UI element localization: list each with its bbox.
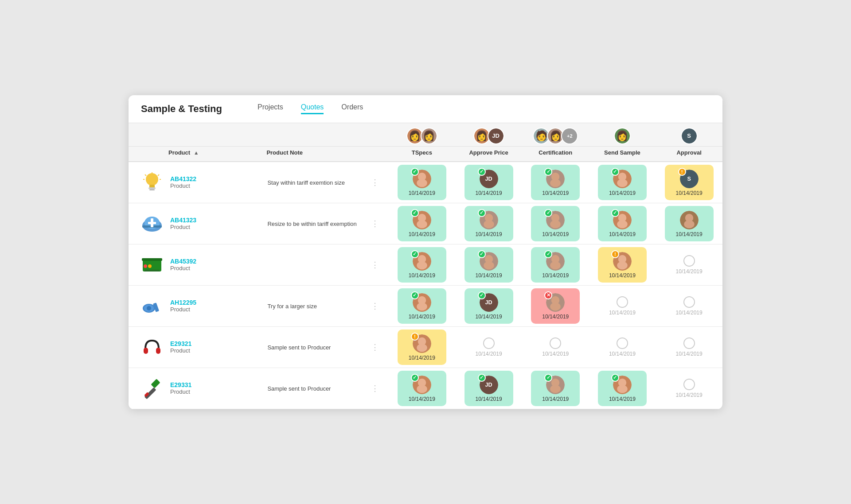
- tab-orders[interactable]: Orders: [341, 103, 363, 114]
- check-icon: ✓: [611, 374, 619, 382]
- product-info: AH12295 Product: [170, 299, 196, 313]
- product-icon: [139, 334, 165, 360]
- product-note: Stay within tariff exemtion size: [265, 179, 345, 186]
- check-icon: ✓: [478, 291, 486, 299]
- stage-avatar-wrap: ✓: [546, 252, 565, 271]
- product-id[interactable]: E29321: [170, 340, 191, 347]
- product-id[interactable]: AB41323: [170, 217, 196, 224]
- empty-circle: [617, 337, 628, 349]
- stage-cell: ✓ JD 10/14/2019: [455, 162, 522, 203]
- svg-point-58: [147, 306, 151, 310]
- nav-tabs: Projects Quotes Orders: [258, 103, 363, 114]
- row-menu-button[interactable]: ⋮: [368, 343, 382, 352]
- stage-box: ! 10/14/2019: [598, 247, 647, 283]
- row-menu-button[interactable]: ⋮: [368, 302, 382, 310]
- empty-circle: [483, 337, 495, 349]
- row-menu-button[interactable]: ⋮: [368, 219, 382, 228]
- empty-circle: [683, 296, 695, 308]
- stage-cell: ✓ 10/14/2019: [522, 162, 589, 203]
- stage-date: 10/14/2019: [409, 272, 435, 279]
- product-cell-td: AB41323 Product: [129, 203, 262, 244]
- svg-rect-72: [151, 379, 160, 388]
- empty-circle: [683, 337, 695, 349]
- stage-avatar-wrap: ✓: [613, 376, 632, 394]
- stage-date: 10/14/2019: [476, 272, 502, 279]
- stage-avatar-wrap: ✓: [413, 170, 431, 188]
- send-avatar-stack: 👩: [593, 128, 652, 144]
- svg-point-62: [417, 302, 427, 310]
- send-avatar-col: 👩: [589, 123, 656, 147]
- stage-cell: 10/14/2019: [656, 326, 722, 368]
- product-cell: AB41322 Product: [132, 170, 258, 195]
- send-avatar-1: 👩: [614, 128, 631, 144]
- stage-date: 10/14/2019: [409, 231, 435, 237]
- stage-cell: ✓ 10/14/2019: [455, 203, 522, 244]
- stage-avatar-wrap: ✓: [413, 293, 431, 312]
- stage-date: 10/14/2019: [609, 310, 636, 316]
- stage-box: ✓ 10/14/2019: [531, 371, 580, 406]
- svg-point-17: [617, 179, 628, 187]
- svg-point-79: [550, 385, 561, 393]
- product-type: Product: [170, 182, 196, 189]
- stage-avatar-wrap: ✓: [413, 252, 431, 271]
- product-id[interactable]: AB41322: [170, 175, 196, 182]
- stage-cell: 10/14/2019: [589, 326, 656, 368]
- row-menu-button[interactable]: ⋮: [368, 178, 382, 187]
- product-type: Product: [170, 347, 191, 354]
- row-menu-button[interactable]: ⋮: [368, 260, 382, 269]
- menu-cell: ⋮: [365, 368, 388, 409]
- note-cell: Sample sent to Producer: [262, 326, 365, 368]
- empty-circle: [683, 379, 695, 390]
- stage-cell: 10/14/2019: [656, 368, 722, 409]
- tab-quotes[interactable]: Quotes: [301, 103, 324, 114]
- stage-cell: ! 10/14/2019: [589, 244, 656, 285]
- check-icon: ✓: [611, 209, 619, 217]
- product-note: Sample sent to Producer: [265, 385, 331, 392]
- stage-date: 10/14/2019: [409, 355, 435, 361]
- table-row: AB41322 Product Stay within tariff exemt…: [129, 162, 722, 203]
- tab-projects[interactable]: Projects: [258, 103, 283, 114]
- product-id[interactable]: E29331: [170, 381, 191, 388]
- stage-cell: ! S 10/14/2019: [656, 162, 722, 203]
- table-row: AB45392 Product ⋮ ✓ 10/14/2019 ✓ 1: [129, 244, 722, 285]
- stage-date: 10/14/2019: [476, 190, 502, 196]
- approval-header: Approval: [656, 146, 722, 162]
- stage-avatar-wrap: ✓: [546, 170, 565, 188]
- approve-avatar-col: 👩 JD: [455, 123, 522, 147]
- note-avatar-col: [262, 123, 365, 147]
- check-icon: ✓: [411, 250, 419, 258]
- stage-date: 10/14/2019: [609, 190, 636, 196]
- stage-date: 10/14/2019: [476, 231, 502, 237]
- stage-date: 10/14/2019: [609, 272, 636, 279]
- svg-point-55: [617, 261, 628, 269]
- stage-cell: ✓ 10/14/2019: [589, 203, 656, 244]
- stage-date: 10/14/2019: [409, 396, 435, 402]
- product-header[interactable]: Product ▲: [129, 146, 262, 162]
- stage-avatar-wrap: ✓: [613, 170, 632, 188]
- product-id[interactable]: AH12295: [170, 299, 196, 306]
- stage-date: 10/14/2019: [542, 351, 569, 357]
- check-icon: ✓: [411, 291, 419, 299]
- approval-avatar-stack: S: [659, 128, 719, 144]
- stage-avatar-wrap: ✓ JD: [480, 170, 498, 188]
- product-cell-td: AB41322 Product: [129, 162, 262, 203]
- check-icon: ✓: [478, 374, 486, 382]
- cert-avatar-more: +2: [561, 128, 578, 144]
- stage-date: 10/14/2019: [542, 314, 569, 320]
- svg-point-14: [550, 179, 561, 187]
- svg-point-46: [417, 261, 427, 269]
- col-header-row: Product ▲ Product Note TSpecs Approve Pr…: [129, 146, 722, 162]
- tspecs-avatar-col: 👩 👩: [389, 123, 456, 147]
- row-menu-button[interactable]: ⋮: [368, 384, 382, 393]
- stage-avatar-wrap: ! S: [680, 170, 699, 188]
- product-cell-td: AB45392 Product: [129, 244, 262, 285]
- avatar-header-row: 👩 👩 👩: [129, 123, 722, 147]
- cert-header: Certification: [522, 146, 589, 162]
- stage-box: ✓ 10/14/2019: [398, 371, 446, 406]
- product-id[interactable]: AB45392: [170, 258, 196, 265]
- sort-icon: ▲: [194, 150, 199, 156]
- svg-line-6: [158, 174, 159, 176]
- stage-avatar-wrap: ✓ JD: [480, 376, 498, 394]
- check-icon: ✓: [478, 209, 486, 217]
- stage-cell: ✓ JD 10/14/2019: [455, 368, 522, 409]
